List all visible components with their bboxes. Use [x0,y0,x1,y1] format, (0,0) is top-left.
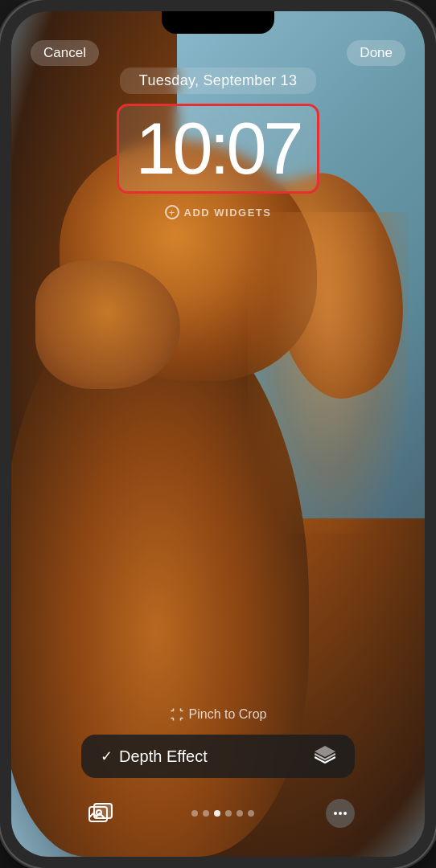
layers-icon [315,746,335,764]
ellipsis-icon [332,805,348,821]
phone-screen: Cancel Done Tuesday, September 13 10:07 … [11,11,425,857]
dog-snout [35,260,180,389]
cancel-button[interactable]: Cancel [31,40,99,66]
depth-effect-left: ✓ Depth Effect [101,747,208,766]
pinch-to-crop-text: Pinch to Crop [189,707,267,722]
time-container[interactable]: 10:07 [117,104,319,194]
layers-icon-wrapper [315,746,335,767]
dot-5 [237,810,243,817]
depth-effect-bar[interactable]: ✓ Depth Effect [81,735,355,778]
dot-2 [203,810,209,817]
notch [162,11,274,34]
svg-point-5 [343,812,347,815]
dot-6 [248,810,254,817]
crop-icon [170,707,184,722]
depth-effect-label: Depth Effect [119,747,208,766]
time-display: 10:07 [135,108,300,189]
page-dots [191,810,254,817]
add-widgets-label: ADD WIDGETS [184,207,272,219]
svg-point-4 [339,812,342,815]
gallery-button[interactable] [81,794,120,833]
add-icon: + [165,205,179,219]
bottom-controls [81,794,355,833]
phone-frame: Cancel Done Tuesday, September 13 10:07 … [0,0,436,868]
gallery-icon [88,803,113,824]
fur-highlight [248,212,409,534]
more-options-button[interactable] [326,799,355,828]
dot-4 [225,810,232,817]
done-button[interactable]: Done [347,40,405,66]
add-widgets-row[interactable]: + ADD WIDGETS [165,205,272,219]
dot-3-active [214,810,220,817]
svg-point-3 [334,812,337,815]
dot-1 [191,810,198,817]
bottom-area: Pinch to Crop ✓ Depth Effect [11,707,425,857]
pinch-to-crop-row: Pinch to Crop [170,707,267,722]
checkmark-icon: ✓ [101,747,113,765]
